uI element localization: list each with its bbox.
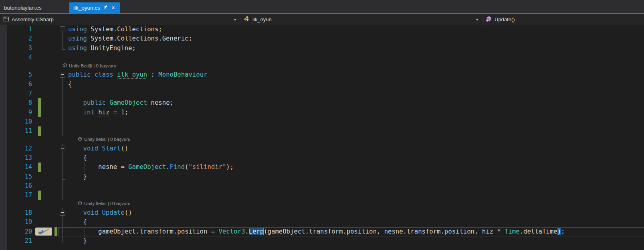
code-text[interactable]: { <box>68 153 87 163</box>
code-text[interactable]: using UnityEngine; <box>68 44 136 53</box>
code-text[interactable]: void Start() <box>68 144 128 153</box>
code-token: void <box>83 145 99 152</box>
code-token: Lerp <box>249 228 264 235</box>
code-line[interactable]: 4 <box>0 53 644 62</box>
code-line[interactable]: 2using System.Collections.Generic; <box>0 34 644 43</box>
codelens-text[interactable]: Unity İletisi | 0 başvuru <box>84 137 130 142</box>
code-text[interactable]: int hiz = 1; <box>68 108 128 117</box>
change-tracking-bar <box>38 163 41 172</box>
code-token: { <box>68 81 72 88</box>
indent-guide <box>69 89 69 98</box>
codelens-info[interactable]: Unity İletisi | 0 başvuru <box>78 137 130 142</box>
tab-ilk-oyun[interactable]: ilk_oyun.cs ✕ <box>69 2 120 13</box>
code-token: deltaTime <box>523 228 557 235</box>
code-editor[interactable]: 1using System.Collections;2using System.… <box>0 25 644 250</box>
collapse-minus-icon[interactable] <box>60 26 65 32</box>
fold-scope-line <box>63 80 63 89</box>
code-token: ; <box>125 109 128 116</box>
code-line[interactable]: 20 gameObject.transform.position = Vecto… <box>0 227 644 236</box>
code-token: int <box>83 109 95 116</box>
change-tracking-bar <box>38 98 41 108</box>
code-token: class <box>95 71 113 78</box>
code-token <box>68 209 83 216</box>
code-text[interactable]: using System.Collections; <box>68 25 162 34</box>
code-token: gameObject.transform.position <box>68 228 211 235</box>
chevron-down-icon[interactable]: ▾ <box>476 17 479 22</box>
code-line[interactable]: 7 <box>0 89 644 98</box>
code-line[interactable]: 21 } <box>0 236 644 246</box>
code-text[interactable]: { <box>68 217 87 227</box>
code-line[interactable]: 15 } <box>0 172 644 181</box>
code-line[interactable]: 9 int hiz = 1; <box>0 108 644 117</box>
method-private-icon <box>486 16 492 23</box>
line-number: 8 <box>0 98 32 108</box>
code-text[interactable]: { <box>68 80 72 89</box>
code-token: } <box>68 237 87 244</box>
code-token: public <box>83 99 106 106</box>
unity-cube-icon <box>78 137 82 142</box>
code-token <box>68 109 83 116</box>
code-text[interactable]: nesne = GameObject.Find("silindir"); <box>68 163 234 172</box>
code-token: : <box>147 71 158 78</box>
codelens-text[interactable]: Unity Betiği | 0 başvuru <box>69 63 116 68</box>
code-text[interactable]: using System.Collections.Generic; <box>68 34 192 43</box>
collapse-minus-icon[interactable] <box>60 72 65 77</box>
codelens-info[interactable]: Unity İletisi | 0 başvuru <box>78 201 130 206</box>
line-number: 12 <box>0 144 32 153</box>
code-line[interactable]: 19 { <box>0 217 644 227</box>
codelens-info[interactable]: Unity Betiği | 0 başvuru <box>63 63 116 68</box>
code-token <box>68 99 83 106</box>
code-token: System.Collections; <box>87 26 162 33</box>
close-icon[interactable]: ✕ <box>111 5 116 10</box>
code-line[interactable]: 18 void Update() <box>0 208 644 217</box>
code-line[interactable]: 11 <box>0 126 644 136</box>
project-dropdown[interactable]: Assembly-CSharp ▾ <box>0 14 240 25</box>
code-text[interactable]: public class ilk_oyun : MonoBehaviour <box>68 70 207 79</box>
code-line[interactable]: 5public class ilk_oyun : MonoBehaviour <box>0 70 644 79</box>
code-line[interactable]: 1using System.Collections; <box>0 25 644 34</box>
code-text[interactable]: } <box>68 172 87 181</box>
code-token <box>113 71 117 78</box>
code-line[interactable]: 17 <box>0 191 644 200</box>
pin-icon[interactable] <box>103 5 108 11</box>
code-token <box>125 163 128 171</box>
code-line[interactable]: 3using UnityEngine; <box>0 44 644 53</box>
code-token: public <box>68 71 91 78</box>
code-token: using <box>68 45 87 52</box>
collapse-minus-icon[interactable] <box>60 210 65 215</box>
chevron-down-icon[interactable]: ▾ <box>234 17 237 22</box>
code-token: { <box>68 218 87 226</box>
code-line[interactable]: 6{ <box>0 80 644 89</box>
line-number: 14 <box>0 163 32 172</box>
code-line[interactable]: 8 public GameObject nesne; <box>0 98 644 108</box>
screwdriver-quick-action-icon[interactable] <box>35 228 52 236</box>
code-line[interactable]: 13 { <box>0 153 644 163</box>
code-line[interactable]: 14 nesne = GameObject.Find("silindir"); <box>0 163 644 172</box>
line-number: 10 <box>0 117 32 126</box>
code-text[interactable]: public GameObject nesne; <box>68 98 174 108</box>
code-token: . <box>245 228 248 235</box>
indent-guide <box>69 126 69 136</box>
fold-scope-line <box>63 236 63 242</box>
collapse-minus-icon[interactable] <box>60 146 65 151</box>
code-text[interactable]: gameObject.transform.position = Vector3.… <box>68 227 565 236</box>
tab-butonolaylari[interactable]: butonolaylari.cs <box>0 2 69 13</box>
fold-scope-line <box>63 172 63 181</box>
indent-guide <box>69 136 69 144</box>
code-token: = <box>113 109 117 116</box>
type-dropdown[interactable]: ilk_oyun ▾ <box>240 14 482 25</box>
code-text[interactable]: void Update() <box>68 208 132 217</box>
code-token <box>98 145 102 152</box>
code-token: UnityEngine; <box>87 45 136 52</box>
code-token: = <box>121 163 124 171</box>
member-dropdown[interactable]: Update() <box>482 14 644 25</box>
code-text[interactable]: } <box>68 236 87 246</box>
code-token <box>68 145 83 152</box>
code-line[interactable]: 16 <box>0 181 644 191</box>
fold-scope-line <box>63 34 63 43</box>
code-line[interactable]: 12 void Start() <box>0 144 644 153</box>
codelens-text[interactable]: Unity İletisi | 0 başvuru <box>84 201 130 206</box>
code-line[interactable]: 10 <box>0 117 644 126</box>
type-dropdown-label: ilk_oyun <box>252 16 272 22</box>
navigation-bar: Assembly-CSharp ▾ ilk_oyun ▾ <box>0 14 644 25</box>
